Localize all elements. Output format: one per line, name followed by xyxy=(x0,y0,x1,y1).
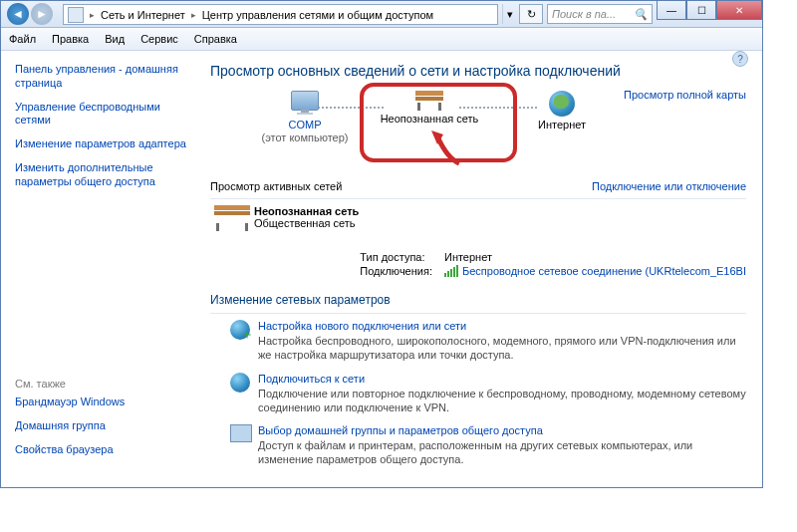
sidebar-link-sharing[interactable]: Изменить дополнительные параметры общего… xyxy=(15,161,190,189)
connect-disconnect-link[interactable]: Подключение или отключение xyxy=(592,180,746,192)
sidebar: Панель управления - домашняя страница Уп… xyxy=(1,51,200,487)
connection-link[interactable]: Беспроводное сетевое соединение (UKRtele… xyxy=(462,265,746,277)
globe-icon xyxy=(549,91,575,117)
computer-icon xyxy=(288,91,322,117)
menu-help[interactable]: Справка xyxy=(194,33,237,45)
bench-icon xyxy=(210,205,254,233)
network-details: Тип доступа: Интернет Подключения: Беспр… xyxy=(354,250,752,278)
task-connect-network[interactable]: Подключиться к сети Подключение или повт… xyxy=(230,373,746,415)
address-dropdown-button[interactable]: ▾ xyxy=(502,4,517,24)
page-title: Просмотр основных сведений о сети и наст… xyxy=(210,63,746,79)
sidebar-link-homegroup[interactable]: Домашняя группа xyxy=(15,419,190,433)
task-desc: Доступ к файлам и принтерам, расположенн… xyxy=(258,438,746,467)
active-network-title: Неопознанная сеть xyxy=(254,205,359,217)
access-type-label: Тип доступа: xyxy=(354,250,438,264)
nav-forward-button[interactable]: ► xyxy=(31,3,53,25)
maximize-button[interactable]: ☐ xyxy=(686,1,716,20)
divider xyxy=(210,313,746,314)
active-network-block[interactable]: Неопознанная сеть Общественная сеть xyxy=(210,205,746,233)
menu-view[interactable]: Вид xyxy=(105,33,125,45)
breadcrumb-sep-icon: ▸ xyxy=(90,10,95,20)
divider xyxy=(210,198,746,199)
task-title: Настройка нового подключения или сети xyxy=(258,320,746,332)
connections-label: Подключения: xyxy=(354,264,438,278)
network-map: Просмотр полной карты COMP (этот компьют… xyxy=(210,89,746,178)
homegroup-icon xyxy=(230,424,258,467)
menu-edit[interactable]: Правка xyxy=(52,33,89,45)
task-desc: Настройка беспроводного, широкополосного… xyxy=(258,334,746,363)
search-placeholder: Поиск в па... xyxy=(552,8,616,20)
breadcrumb-part2[interactable]: Центр управления сетями и общим доступом xyxy=(202,9,433,21)
signal-icon xyxy=(444,265,459,277)
map-node-comp-sub: (этот компьютер) xyxy=(260,132,350,144)
close-button[interactable]: ✕ xyxy=(716,1,762,20)
menu-file[interactable]: Файл xyxy=(9,33,36,45)
task-desc: Подключение или повторное подключение к … xyxy=(258,387,746,415)
sidebar-link-home[interactable]: Панель управления - домашняя страница xyxy=(15,63,190,91)
sidebar-link-firewall[interactable]: Брандмауэр Windows xyxy=(15,396,190,409)
menubar: Файл Правка Вид Сервис Справка xyxy=(1,28,762,51)
map-node-internet[interactable]: Интернет xyxy=(527,91,597,132)
connect-network-icon xyxy=(230,373,258,415)
search-icon: 🔍 xyxy=(634,8,648,21)
task-homegroup[interactable]: Выбор домашней группы и параметров общег… xyxy=(230,424,746,467)
sidebar-see-also-head: См. также xyxy=(15,378,190,390)
new-connection-icon: ＋ xyxy=(230,320,258,363)
map-node-this-computer[interactable]: COMP (этот компьютер) xyxy=(260,91,350,144)
content-area: ? Просмотр основных сведений о сети и на… xyxy=(200,51,762,487)
active-networks-label: Просмотр активных сетей Подключение или … xyxy=(210,180,746,192)
task-title: Подключиться к сети xyxy=(258,373,746,385)
change-settings-head: Изменение сетевых параметров xyxy=(210,293,746,307)
active-network-subtitle: Общественная сеть xyxy=(254,217,359,229)
arrow-annotation-icon xyxy=(429,129,469,168)
help-icon[interactable]: ? xyxy=(732,51,748,67)
titlebar: ◄ ► ▸ Сеть и Интернет ▸ Центр управления… xyxy=(1,1,762,28)
sidebar-link-wireless[interactable]: Управление беспроводными сетями xyxy=(15,101,190,129)
sidebar-link-browser[interactable]: Свойства браузера xyxy=(15,443,190,457)
access-type-value: Интернет xyxy=(438,250,752,264)
refresh-button[interactable]: ↻ xyxy=(519,4,543,24)
task-title: Выбор домашней группы и параметров общег… xyxy=(258,424,746,436)
map-node-comp-label: COMP xyxy=(260,119,350,132)
sidebar-link-adapter[interactable]: Изменение параметров адаптера xyxy=(15,137,190,151)
network-center-icon xyxy=(68,7,84,23)
minimize-button[interactable]: — xyxy=(657,1,686,20)
address-bar[interactable]: ▸ Сеть и Интернет ▸ Центр управления сет… xyxy=(63,4,498,25)
breadcrumb-part1[interactable]: Сеть и Интернет xyxy=(101,9,185,21)
menu-service[interactable]: Сервис xyxy=(140,33,178,45)
full-map-link[interactable]: Просмотр полной карты xyxy=(624,89,746,101)
search-input[interactable]: Поиск в па... 🔍 xyxy=(547,4,653,24)
control-panel-window: ◄ ► ▸ Сеть и Интернет ▸ Центр управления… xyxy=(0,0,763,488)
map-node-internet-label: Интернет xyxy=(527,119,597,132)
breadcrumb-sep-icon: ▸ xyxy=(191,10,196,20)
task-new-connection[interactable]: ＋ Настройка нового подключения или сети … xyxy=(230,320,746,363)
nav-back-button[interactable]: ◄ xyxy=(7,3,29,25)
